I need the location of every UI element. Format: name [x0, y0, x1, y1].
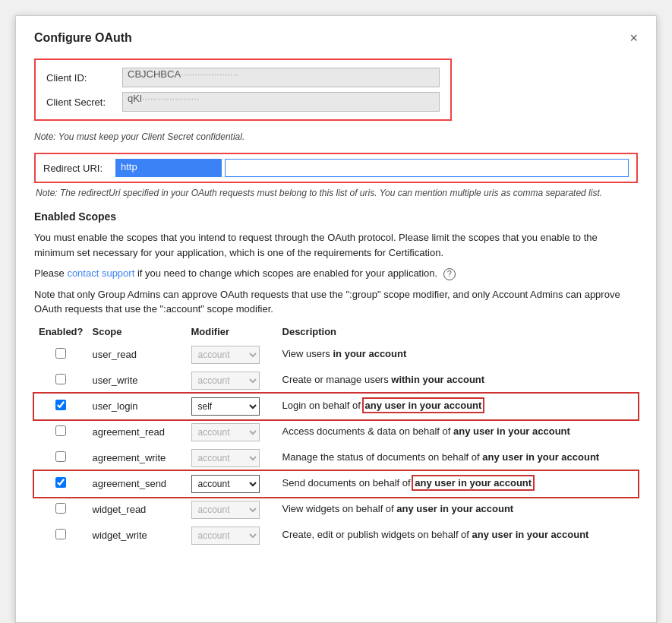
scope-name: widget_read [88, 497, 187, 523]
checkbox-cell [34, 497, 88, 523]
redirect-uri-input[interactable] [225, 159, 629, 177]
scope-checkbox[interactable] [55, 400, 66, 410]
scope-description: View users in your account [278, 342, 638, 368]
contact-support-link[interactable]: contact support [67, 267, 134, 279]
scope-desc-3: Note that only Group Admins can approve … [34, 287, 638, 317]
table-row: agreement_writeselfaccountgroupManage th… [34, 445, 638, 471]
client-secret-note: Note: You must keep your Client Secret c… [34, 131, 638, 142]
client-id-value: CBJCHBCA····················· [122, 68, 440, 87]
modifier-select[interactable]: selfaccountgroup [191, 372, 260, 390]
scope-name: agreement_read [88, 419, 187, 445]
scope-description: Access documents & data on behalf of any… [278, 419, 638, 445]
modifier-select[interactable]: selfaccountgroup [191, 397, 260, 416]
checkbox-cell [34, 419, 88, 445]
scopes-table: Enabled? Scope Modifier Description user… [34, 323, 638, 549]
modifier-select[interactable]: selfaccountgroup [191, 346, 260, 364]
scope-description: Manage the status of documents on behalf… [278, 445, 638, 471]
scope-name: user_read [88, 342, 187, 368]
scope-name: agreement_write [88, 445, 187, 471]
col-enabled: Enabled? [34, 323, 88, 342]
scope-description: Create or manage users within your accou… [278, 368, 638, 394]
checkbox-cell [34, 471, 88, 497]
scope-desc-2: Please contact support if you need to ch… [34, 266, 638, 281]
redirect-note: Note: The redirectUri specified in your … [36, 188, 638, 198]
scope-description: View widgets on behalf of any user in yo… [278, 497, 638, 523]
scope-description: Create, edit or publish widgets on behal… [278, 523, 638, 549]
scope-checkbox[interactable] [55, 503, 66, 514]
dialog-header: Configure OAuth × [34, 31, 638, 45]
scope-checkbox[interactable] [55, 529, 66, 539]
configure-oauth-dialog: Configure OAuth × Client ID: CBJCHBCA···… [15, 15, 657, 623]
scope-description: Send documents on behalf of any user in … [278, 471, 638, 497]
scope-name: widget_write [88, 523, 187, 549]
client-id-label: Client ID: [46, 72, 122, 84]
scope-checkbox[interactable] [55, 477, 66, 488]
table-row: widget_readselfaccountgroupView widgets … [34, 497, 638, 523]
scope-name: user_write [88, 368, 187, 394]
modifier-select[interactable]: selfaccountgroup [191, 501, 260, 519]
dialog-title: Configure OAuth [34, 31, 132, 45]
client-secret-value: qKl····················· [122, 92, 440, 112]
modifier-cell: selfaccountgroup [187, 368, 278, 394]
scope-checkbox[interactable] [55, 451, 66, 462]
col-scope: Scope [88, 323, 187, 342]
scope-checkbox[interactable] [55, 425, 66, 436]
client-secret-row: Client Secret: qKl····················· [46, 92, 440, 112]
client-secret-label: Client Secret: [46, 96, 122, 108]
table-row: widget_writeselfaccountgroupCreate, edit… [34, 523, 638, 549]
checkbox-cell [34, 523, 88, 549]
col-description: Description [278, 323, 638, 342]
table-row: user_writeselfaccountgroupCreate or mana… [34, 368, 638, 394]
scopes-section-title: Enabled Scopes [34, 210, 638, 223]
modifier-cell: selfaccountgroup [187, 419, 278, 445]
scope-name: user_login [88, 394, 187, 419]
credentials-box: Client ID: CBJCHBCA·····················… [34, 59, 452, 121]
modifier-cell: selfaccountgroup [187, 497, 278, 523]
scope-description: Login on behalf of any user in your acco… [278, 394, 638, 419]
modifier-select[interactable]: selfaccountgroup [191, 423, 260, 441]
close-button[interactable]: × [629, 31, 638, 45]
table-row: agreement_readselfaccountgroupAccess doc… [34, 419, 638, 445]
modifier-cell: selfaccountgroup [187, 471, 278, 497]
scope-checkbox[interactable] [55, 374, 66, 384]
scope-name: agreement_send [88, 471, 187, 497]
table-row: user_loginselfaccountgroupLogin on behal… [34, 394, 638, 419]
checkbox-cell [34, 368, 88, 394]
redirect-uri-highlighted[interactable]: http [115, 159, 222, 177]
modifier-select[interactable]: selfaccountgroup [191, 475, 260, 493]
col-modifier: Modifier [187, 323, 278, 342]
modifier-select[interactable]: selfaccountgroup [191, 527, 260, 545]
scope-checkbox[interactable] [55, 348, 66, 359]
table-row: user_readselfaccountgroupView users in y… [34, 342, 638, 368]
checkbox-cell [34, 445, 88, 471]
client-id-row: Client ID: CBJCHBCA····················· [46, 68, 440, 87]
modifier-cell: selfaccountgroup [187, 445, 278, 471]
modifier-cell: selfaccountgroup [187, 342, 278, 368]
redirect-uri-label: Redirect URI: [43, 163, 115, 174]
modifier-cell: selfaccountgroup [187, 523, 278, 549]
table-row: agreement_sendselfaccountgroupSend docum… [34, 471, 638, 497]
help-icon[interactable]: ? [443, 268, 456, 280]
checkbox-cell [34, 394, 88, 419]
scope-desc-1: You must enable the scopes that you inte… [34, 230, 638, 260]
modifier-cell: selfaccountgroup [187, 394, 278, 419]
checkbox-cell [34, 342, 88, 368]
modifier-select[interactable]: selfaccountgroup [191, 449, 260, 467]
redirect-uri-row: Redirect URI: http [34, 153, 638, 183]
